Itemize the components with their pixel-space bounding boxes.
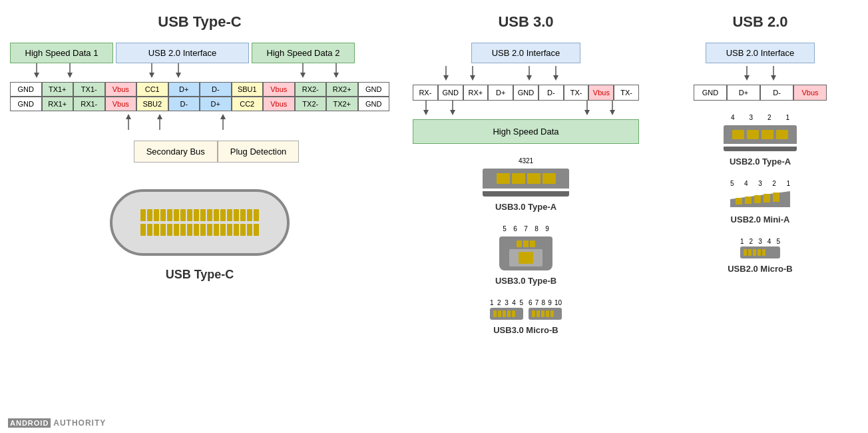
plug-detect-label: Plug Detection (218, 141, 300, 163)
usb30-pin-rx+: RX+ (463, 85, 489, 101)
usb20-pin-d+: D+ (727, 85, 760, 101)
typec-tooth-top-4 (167, 209, 172, 221)
typec-tooth-top-6 (180, 209, 186, 221)
usb20-pin-gnd: GND (694, 85, 727, 101)
typec-tooth-top-11 (214, 209, 219, 221)
usb-typec-section: USB Type-C High Speed Data 1 USB 2.0 Int… (0, 7, 399, 342)
pin-cell-tx1-minusplus: TX1+ (42, 82, 74, 97)
usb30-typea-numbers: 4 3 2 1 (515, 157, 537, 165)
typec-tooth-bottom-7 (187, 224, 192, 236)
typec-tooth-top-1 (147, 209, 152, 221)
pin-cell-tx2-minusplus: TX2+ (326, 97, 358, 111)
pin-cell-d-minusplus: D+ (200, 97, 232, 111)
usb20-microb-item: 1 2 3 4 5 USB2.0 Micro-B (728, 238, 793, 274)
pin-cell-gnd: GND (10, 97, 42, 111)
pin-cell-rx2-minusplus: RX2+ (326, 82, 358, 97)
usb20-typea-plug (724, 125, 797, 144)
usb30-typea-tooth3 (527, 173, 541, 184)
typec-tooth-top-16 (247, 209, 252, 221)
usb20-pin-row: GNDD+D-Vbus (694, 85, 827, 101)
usb30-microb-half-right (529, 308, 562, 320)
usb20-minia-item: 5 4 3 2 1 USB2.0 Mini-A (730, 180, 790, 224)
typec-tooth-bottom-5 (174, 224, 179, 236)
usb30-typea-plug (483, 169, 569, 189)
svg-marker-37 (771, 75, 776, 81)
usb30-pin-gnd: GND (513, 85, 539, 101)
usb20-minia-svg (730, 191, 790, 207)
usb30-pin-row: RX-GNDRX+D+GNDD-TX-VbusTX- (413, 85, 639, 101)
svg-marker-3 (67, 73, 73, 78)
usb20-section: USB 2.0 USB 2.0 Interface GNDD+D-Vbus 4 … (652, 7, 868, 342)
usb20-minia-label: USB2.0 Mini-A (731, 215, 790, 224)
usb30-pin-tx-: TX- (614, 85, 639, 101)
usb30-section: USB 3.0 USB 2.0 Interface RX-GNDRX+D+GND… (399, 7, 652, 342)
pin-cell-rx1-minus: RX1- (73, 97, 105, 111)
typec-tooth-bottom-9 (200, 224, 206, 236)
usb30-title: USB 3.0 (498, 13, 553, 31)
usb30-pin-gnd: GND (438, 85, 463, 101)
hs2-label: High Speed Data 2 (252, 43, 355, 63)
svg-marker-31 (584, 110, 590, 115)
usb30-pin-vbus: Vbus (588, 85, 614, 101)
usb30-pin-tx-: TX- (564, 85, 589, 101)
typec-tooth-top-2 (154, 209, 159, 221)
typec-tooth-top-14 (234, 209, 239, 221)
svg-rect-41 (754, 195, 761, 203)
typec-tooth-top-15 (240, 209, 246, 221)
pin-cell-gnd: GND (10, 82, 42, 97)
typec-tooth-bottom-12 (220, 224, 226, 236)
svg-marker-35 (744, 75, 750, 81)
typec-connector: USB Type-C (107, 183, 293, 282)
typec-tooth-bottom-13 (227, 224, 232, 236)
typec-title: USB Type-C (158, 13, 242, 31)
typec-tooth-bottom-15 (240, 224, 246, 236)
usb20-microb-numbers: 1 2 3 4 5 (740, 238, 780, 245)
svg-marker-29 (450, 110, 455, 115)
usb20-microb-container: 1 2 3 4 5 (740, 238, 780, 258)
secondary-bus-label: Secondary Bus (134, 141, 218, 163)
typec-tooth-bottom-2 (154, 224, 159, 236)
usb30-typea-tooth2 (512, 173, 525, 184)
typec-tooth-top-10 (207, 209, 212, 221)
usb30-microb-item: 1 2 3 4 5 (490, 299, 562, 335)
pin-cell-rx1-minusplus: RX1+ (42, 97, 74, 111)
usb20-title: USB 2.0 (732, 13, 787, 31)
svg-marker-21 (470, 75, 475, 81)
svg-marker-25 (553, 75, 558, 81)
usb20-label-tc: USB 2.0 Interface (116, 43, 249, 63)
usb30-typeb-top (517, 240, 535, 247)
hs1-label: High Speed Data 1 (10, 43, 113, 63)
typec-connector-drawing (107, 183, 293, 262)
usb30-typeb-label: USB3.0 Type-B (495, 276, 556, 286)
svg-marker-19 (443, 75, 449, 81)
svg-marker-11 (333, 73, 339, 78)
svg-rect-43 (773, 193, 779, 202)
svg-marker-1 (34, 73, 39, 78)
usb30-pin-d+: D+ (488, 85, 513, 101)
usb30-microb-right: 6 7 8 9 10 (529, 299, 562, 320)
secondary-row: Secondary Bus Plug Detection (134, 141, 300, 163)
main-container: USB Type-C High Speed Data 1 USB 2.0 Int… (0, 0, 868, 348)
typec-tooth-top-5 (174, 209, 179, 221)
usb20-down-arrows (694, 66, 827, 85)
usb30-down-arrows2 (413, 101, 639, 119)
typec-tooth-top-7 (187, 209, 192, 221)
typec-tooth-bottom-4 (167, 224, 172, 236)
watermark-android: ANDROID (8, 418, 51, 428)
pin-cell-gnd: GND (358, 97, 390, 111)
usb30-hs-data: High Speed Data (413, 119, 639, 144)
typec-pin-row1: GNDTX1+TX1-VbusCC1D+D-SBU1VbusRX2-RX2+GN… (10, 82, 389, 97)
pin-cell-d-minus: D- (168, 97, 200, 111)
typec-tooth-top-9 (200, 209, 206, 221)
usb30-microb-container: 1 2 3 4 5 (490, 299, 562, 320)
pin-cell-sbu2: SBU2 (136, 97, 168, 111)
usb30-down-arrows (413, 66, 639, 85)
svg-marker-7 (176, 73, 181, 78)
pin-cell-d-minus: D- (200, 82, 232, 97)
typec-pin-row2: GNDRX1+RX1-VbusSBU2D-D+CC2VbusTX2-TX2+GN… (10, 97, 389, 111)
svg-rect-42 (763, 194, 770, 203)
usb20-connectors: 4 3 2 1 USB2.0 Type-A 5 4 (662, 114, 858, 274)
svg-marker-5 (149, 73, 154, 78)
typec-pin-strip-bottom (140, 224, 259, 236)
usb20-microb-plug (740, 246, 780, 258)
